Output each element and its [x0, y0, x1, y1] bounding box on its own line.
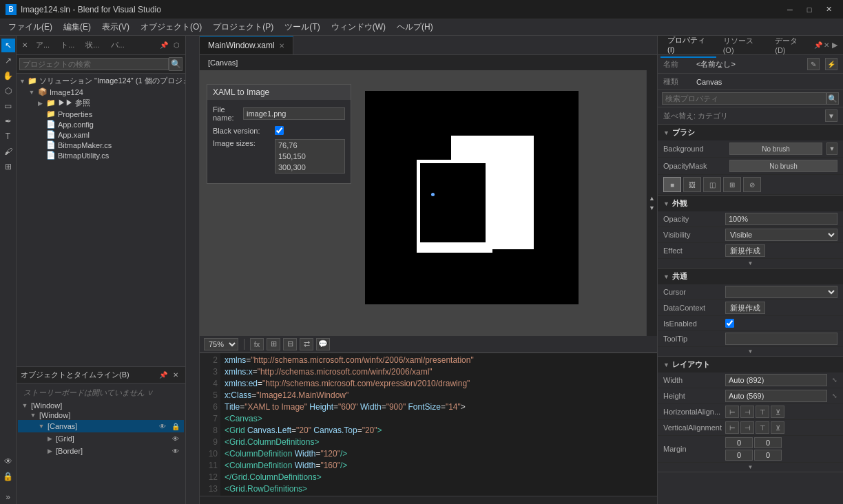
common-section-header[interactable]: ▼ 共通 [658, 269, 843, 284]
tree-project[interactable]: ▼ 📦 Image124 [17, 87, 185, 97]
visibility-select[interactable]: Visible Hidden Collapsed [725, 229, 837, 241]
tile-brush-btn[interactable]: ⊞ [723, 177, 741, 192]
dialog-title[interactable]: XAML to Image [207, 85, 351, 100]
height-expand-btn[interactable]: ⤡ [829, 390, 840, 401]
datacontext-new-btn[interactable]: 新規作成 [725, 302, 765, 314]
obj-border[interactable]: ▶ [Border] 👁 [18, 445, 184, 457]
props-close-btn[interactable]: ✕ [824, 41, 829, 49]
tab-assets[interactable]: ア... [30, 39, 55, 52]
horizontal-scrollbar[interactable] [200, 496, 657, 504]
lock-tool[interactable]: 🔒 [1, 470, 15, 483]
layout-section-header[interactable]: ▼ レイアウト [658, 357, 843, 372]
gradient-brush-btn[interactable]: ◫ [703, 177, 721, 192]
zoom-select[interactable]: 75% 100% 50% [204, 338, 238, 350]
name-action-btn[interactable]: ⚡ [825, 58, 837, 70]
close-button[interactable]: ✕ [820, 3, 837, 17]
paint-tool[interactable]: 🖌 [1, 145, 15, 158]
halign-left-btn[interactable]: ⊢ [725, 406, 739, 418]
scroll-down-btn[interactable]: ▼ [649, 204, 655, 211]
name-edit-btn[interactable]: ✎ [807, 58, 820, 70]
scroll-up-btn[interactable]: ▲ [649, 195, 655, 202]
text-tool[interactable]: T [1, 129, 15, 143]
lock-toggle[interactable]: 🔒 [170, 421, 181, 432]
margin-bottom[interactable] [754, 450, 782, 461]
asset-tool[interactable]: ⊞ [1, 160, 15, 174]
size-option-3[interactable]: 300,300 [275, 162, 344, 173]
obj-canvas[interactable]: ▼ [Canvas] 👁 🔒 [18, 420, 184, 432]
appearance-section-header[interactable]: ▼ 外観 [658, 196, 843, 211]
tab-resources[interactable]: リソース(O) [716, 33, 769, 57]
valign-center-btn[interactable]: ⊣ [740, 421, 754, 434]
tree-references[interactable]: ▶ 📁 ▶▶ 参照 [17, 97, 185, 109]
float-panel-btn[interactable]: ✕ [170, 370, 181, 381]
project-search-input[interactable] [19, 58, 169, 70]
common-expand-more[interactable]: ▼ [659, 348, 842, 355]
tooltip-input[interactable] [725, 333, 837, 345]
tab-states[interactable]: 状... [80, 39, 105, 52]
obj-grid[interactable]: ▶ [Grid] 👁 [18, 432, 184, 445]
isenabled-checkbox[interactable] [725, 319, 734, 328]
tree-bitmapmaker[interactable]: 📄 BitmapMaker.cs [17, 140, 185, 150]
eye-tool[interactable]: 👁 [1, 454, 15, 468]
menu-view[interactable]: 表示(V) [96, 20, 135, 34]
direct-select-tool[interactable]: ↗ [1, 54, 15, 67]
pan-tool[interactable]: ✋ [1, 69, 15, 83]
image-brush-btn[interactable]: 🖼 [683, 177, 701, 192]
minimize-button[interactable]: ─ [781, 3, 799, 17]
layout-expand-more[interactable]: ▼ [659, 464, 842, 470]
effect-new-btn[interactable]: 新規作成 [725, 244, 765, 257]
tab-close-btn[interactable]: ✕ [279, 42, 284, 50]
pin-icon[interactable]: 📌 [157, 41, 171, 49]
border-visibility[interactable]: 👁 [170, 445, 181, 456]
tab-close-icon[interactable]: ✕ [19, 41, 30, 49]
tab-mainwindow-xaml[interactable]: MainWindow.xaml ✕ [200, 36, 293, 54]
menu-file[interactable]: ファイル(E) [3, 20, 58, 34]
size-option-1[interactable]: 76,76 [275, 140, 344, 151]
split-view-btn[interactable]: ⊟ [283, 338, 297, 350]
menu-tools[interactable]: ツール(T) [279, 20, 325, 34]
design-canvas-area[interactable]: ▲ ▼ XAML to Image File name: Black versi… [200, 70, 657, 336]
select-tool[interactable]: ↖ [1, 39, 15, 52]
halign-center-btn[interactable]: ⊣ [740, 406, 754, 418]
null-brush-btn[interactable]: ⊘ [743, 177, 761, 192]
appearance-expand-more[interactable]: ▼ [659, 260, 842, 266]
solid-brush-btn[interactable]: ■ [663, 177, 681, 192]
menu-help[interactable]: ヘルプ(H) [391, 20, 439, 34]
props-search-icon[interactable]: 🔍 [826, 92, 839, 105]
tree-app-xaml[interactable]: 📄 App.xaml [17, 129, 185, 140]
sort-options-btn[interactable]: ▼ [825, 109, 837, 122]
expand-tools[interactable]: » [1, 490, 15, 504]
menu-edit[interactable]: 編集(E) [58, 20, 96, 34]
height-input[interactable] [725, 390, 827, 402]
menu-object[interactable]: オブジェクト(O) [135, 20, 207, 34]
valign-bottom-btn[interactable]: ⊤ [756, 421, 769, 434]
valign-top-btn[interactable]: ⊢ [725, 421, 739, 434]
margin-left[interactable] [725, 437, 753, 448]
props-pin-btn[interactable]: 📌 [814, 41, 822, 49]
props-menu-btn[interactable]: ▶ [829, 41, 840, 50]
background-brush-menu[interactable]: ▼ [826, 143, 837, 155]
float-icon[interactable]: ⬡ [171, 41, 183, 49]
menu-project[interactable]: プロジェクト(P) [207, 20, 279, 34]
tree-properties[interactable]: 📁 Properties [17, 109, 185, 119]
cursor-select[interactable] [725, 286, 837, 298]
grid-visibility[interactable]: 👁 [170, 433, 181, 444]
width-expand-btn[interactable]: ⤡ [829, 375, 840, 386]
valign-stretch-btn[interactable]: ⊻ [771, 421, 784, 434]
tab-parts[interactable]: パ... [105, 39, 130, 52]
tree-bitmaputil[interactable]: 📄 BitmapUtility.cs [17, 150, 185, 160]
pen-tool[interactable]: ✒ [1, 114, 15, 128]
breadcrumb-canvas[interactable]: [Canvas] [205, 59, 240, 67]
swap-panes-btn[interactable]: ⇄ [300, 338, 313, 350]
width-input[interactable] [725, 374, 827, 386]
background-brush-value[interactable]: No brush [729, 143, 822, 155]
filename-input[interactable] [243, 107, 345, 120]
imagesizes-list[interactable]: 76,76 150,150 300,300 [275, 139, 345, 174]
formula-btn[interactable]: fx [250, 338, 264, 350]
tab-data[interactable]: データ(D) [768, 33, 813, 57]
margin-right[interactable] [725, 450, 753, 461]
tab-properties[interactable]: プロパティ(I) [660, 32, 716, 58]
shape-tool[interactable]: ▭ [1, 99, 15, 113]
visibility-toggle[interactable]: 👁 [157, 421, 168, 432]
margin-top[interactable] [754, 437, 782, 448]
